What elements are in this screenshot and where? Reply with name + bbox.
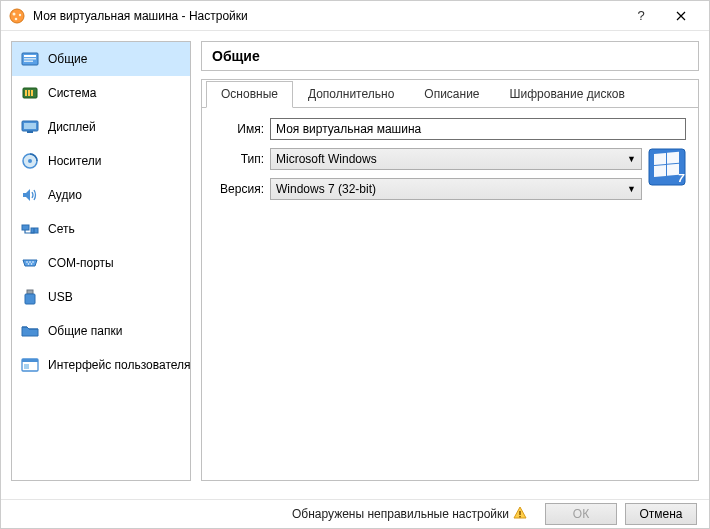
- warning-icon: [513, 506, 527, 523]
- row-name: Имя:: [214, 118, 686, 140]
- svg-point-1: [13, 12, 16, 15]
- sidebar-item-label: Общие папки: [48, 324, 122, 338]
- close-button[interactable]: [661, 2, 701, 30]
- system-icon: [20, 83, 40, 103]
- svg-rect-6: [24, 58, 36, 60]
- svg-rect-14: [27, 131, 33, 133]
- ok-button[interactable]: ОК: [545, 503, 617, 525]
- window-title: Моя виртуальная машина - Настройки: [33, 9, 621, 23]
- svg-rect-10: [28, 90, 30, 96]
- titlebar: Моя виртуальная машина - Настройки ?: [1, 1, 709, 31]
- version-select[interactable]: Windows 7 (32-bit) ▼: [270, 178, 642, 200]
- app-icon: [9, 8, 25, 24]
- svg-text:7: 7: [678, 172, 685, 184]
- svg-rect-25: [25, 294, 35, 304]
- row-type: Тип: Microsoft Windows ▼: [214, 148, 642, 170]
- tab-advanced[interactable]: Дополнительно: [293, 81, 409, 108]
- svg-point-21: [32, 261, 34, 263]
- chevron-down-icon: ▼: [627, 154, 636, 164]
- serial-icon: [20, 253, 40, 273]
- sidebar-item-storage[interactable]: Носители: [12, 144, 190, 178]
- version-label: Версия:: [214, 182, 264, 196]
- main-panel: Общие Основные Дополнительно Описание Ши…: [201, 41, 699, 481]
- dialog-footer: Обнаружены неправильные настройки ОК Отм…: [1, 499, 709, 528]
- svg-rect-35: [519, 511, 520, 515]
- sidebar-item-display[interactable]: Дисплей: [12, 110, 190, 144]
- tab-basic[interactable]: Основные: [206, 81, 293, 108]
- sidebar-item-label: Носители: [48, 154, 101, 168]
- tab-description[interactable]: Описание: [409, 81, 494, 108]
- svg-rect-5: [24, 55, 36, 57]
- sidebar-item-audio[interactable]: Аудио: [12, 178, 190, 212]
- folder-icon: [20, 321, 40, 341]
- type-label: Тип:: [214, 152, 264, 166]
- sidebar-item-serial[interactable]: COM-порты: [12, 246, 190, 280]
- name-label: Имя:: [214, 122, 264, 136]
- sidebar-item-usb[interactable]: USB: [12, 280, 190, 314]
- svg-rect-28: [24, 364, 29, 369]
- svg-point-22: [28, 263, 30, 265]
- svg-point-20: [29, 261, 31, 263]
- os-icon: 7: [648, 148, 686, 186]
- sidebar-item-label: USB: [48, 290, 73, 304]
- sidebar-item-general[interactable]: Общие: [12, 42, 190, 76]
- svg-rect-13: [24, 123, 36, 129]
- svg-rect-32: [654, 165, 666, 177]
- audio-icon: [20, 185, 40, 205]
- settings-panel: Основные Дополнительно Описание Шифрован…: [201, 79, 699, 481]
- tabs: Основные Дополнительно Описание Шифрован…: [202, 80, 698, 108]
- svg-point-2: [19, 13, 21, 15]
- type-value: Microsoft Windows: [276, 152, 377, 166]
- svg-point-0: [10, 9, 24, 23]
- sidebar-item-label: Общие: [48, 52, 87, 66]
- sidebar-item-label: Дисплей: [48, 120, 96, 134]
- help-button[interactable]: ?: [621, 2, 661, 30]
- svg-rect-17: [22, 225, 29, 230]
- svg-rect-30: [654, 153, 666, 165]
- name-input[interactable]: [270, 118, 686, 140]
- svg-point-16: [28, 159, 32, 163]
- svg-rect-36: [519, 516, 520, 517]
- svg-rect-9: [25, 90, 27, 96]
- type-select[interactable]: Microsoft Windows ▼: [270, 148, 642, 170]
- svg-point-19: [26, 261, 28, 263]
- form-area: Имя: Тип: Microsoft Windows ▼ В: [202, 108, 698, 218]
- svg-point-23: [31, 263, 33, 265]
- sidebar: Общие Система Дисплей Носители Аудио Сет…: [11, 41, 191, 481]
- warning-text: Обнаружены неправильные настройки: [13, 506, 537, 523]
- usb-icon: [20, 287, 40, 307]
- svg-rect-11: [31, 90, 33, 96]
- sidebar-item-label: COM-порты: [48, 256, 114, 270]
- svg-rect-31: [667, 152, 679, 164]
- tab-encryption[interactable]: Шифрование дисков: [495, 81, 640, 108]
- sidebar-item-network[interactable]: Сеть: [12, 212, 190, 246]
- svg-point-3: [15, 17, 18, 20]
- sidebar-item-label: Система: [48, 86, 96, 100]
- svg-rect-7: [24, 61, 33, 63]
- general-icon: [20, 49, 40, 69]
- sidebar-item-label: Сеть: [48, 222, 75, 236]
- display-icon: [20, 117, 40, 137]
- sidebar-item-label: Интерфейс пользователя: [48, 358, 191, 372]
- svg-rect-24: [27, 290, 33, 294]
- content: Общие Система Дисплей Носители Аудио Сет…: [1, 31, 709, 491]
- svg-rect-27: [22, 359, 38, 362]
- ui-icon: [20, 355, 40, 375]
- version-value: Windows 7 (32-bit): [276, 182, 376, 196]
- storage-icon: [20, 151, 40, 171]
- cancel-button[interactable]: Отмена: [625, 503, 697, 525]
- sidebar-item-label: Аудио: [48, 188, 82, 202]
- sidebar-item-ui[interactable]: Интерфейс пользователя: [12, 348, 190, 382]
- row-version: Версия: Windows 7 (32-bit) ▼: [214, 178, 642, 200]
- sidebar-item-shared-folders[interactable]: Общие папки: [12, 314, 190, 348]
- sidebar-item-system[interactable]: Система: [12, 76, 190, 110]
- network-icon: [20, 219, 40, 239]
- chevron-down-icon: ▼: [627, 184, 636, 194]
- section-title: Общие: [201, 41, 699, 71]
